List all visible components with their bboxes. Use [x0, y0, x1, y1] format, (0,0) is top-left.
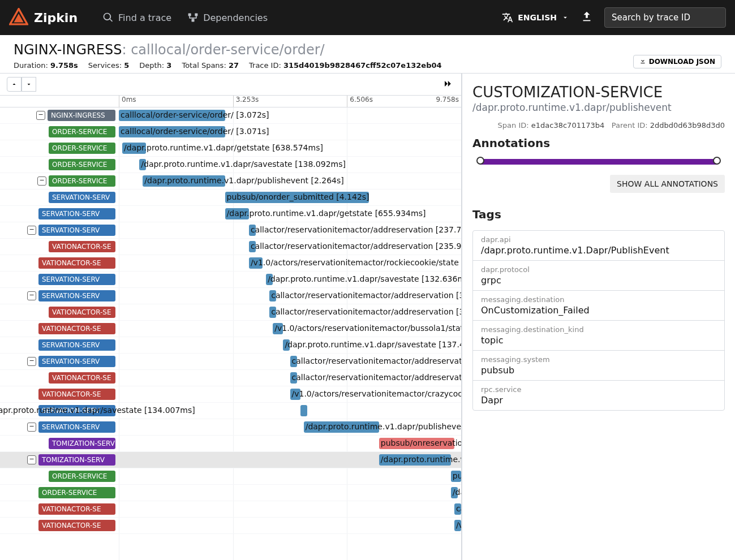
collapse-all-button[interactable]: [22, 77, 36, 92]
span-row[interactable]: VATIONACTOR-SEcallactor/reservationitema…: [0, 304, 461, 321]
trace-meta: Duration: 9.758s Services: 5 Depth: 3 To…: [14, 61, 721, 70]
chevron-up-icon: [11, 81, 18, 88]
span-row[interactable]: ORDER-SERVICE/dapr.proto.runtime.v1.dapr…: [0, 485, 461, 501]
tag-key: rpc.service: [481, 385, 716, 394]
service-chip: NGINX-INGRESS: [48, 110, 115, 121]
span-label: calllocal/order-service/order/ [3.071s]: [121, 127, 269, 136]
tag-key: dapr.api: [481, 235, 716, 244]
service-chip: ORDER-SERVICE: [49, 471, 115, 482]
brand[interactable]: Zipkin: [9, 8, 78, 27]
tag-item: messaging.systempubsub: [473, 351, 724, 381]
topbar: Zipkin Find a trace Dependencies ENGLISH: [0, 0, 735, 35]
span-label: /dapr.proto.runtime.v1.dapr/savestate [1…: [285, 340, 461, 349]
collapse-panel-button[interactable]: [442, 78, 453, 91]
service-chip: TOMIZATION-SERV: [38, 454, 115, 466]
page-header: NGINX-INGRESS: calllocal/order-service/o…: [0, 35, 735, 74]
span-row[interactable]: VATIONACTOR-SEcallactor/reservationitema…: [0, 501, 461, 518]
span-row[interactable]: −ORDER-SERVICE/dapr.proto.runtime.v1.dap…: [0, 173, 461, 189]
span-label: /dapr.proto.runtime.v1.dapr/savestate [1…: [0, 406, 195, 415]
tag-value: topic: [481, 335, 716, 346]
ruler-tick: 0ms: [119, 96, 136, 107]
row-toggle[interactable]: −: [27, 291, 36, 300]
span-row[interactable]: −NGINX-INGRESScalllocal/order-service/or…: [0, 107, 461, 124]
svg-rect-2: [188, 14, 191, 16]
tag-item: messaging.destinationOnCustomization_Fai…: [473, 291, 724, 321]
row-toggle[interactable]: −: [27, 455, 36, 464]
search-icon: [102, 12, 114, 23]
span-row[interactable]: VATIONACTOR-SE/v1.0/actors/reservationit…: [0, 255, 461, 272]
span-label: callactor/reservationitemactor/addreserv…: [292, 356, 462, 365]
nav-dependencies[interactable]: Dependencies: [179, 12, 276, 23]
tag-value: Dapr: [481, 395, 716, 406]
ruler-tick: 9.758s: [436, 96, 461, 107]
span-row[interactable]: SERVATION-SERV/dapr.proto.runtime.v1.dap…: [0, 403, 461, 419]
span-row[interactable]: VATIONACTOR-SE/v1.0/actors/reservationit…: [0, 386, 461, 403]
tags-list: dapr.api/dapr.proto.runtime.v1.Dapr/Publ…: [472, 230, 725, 411]
row-toggle[interactable]: −: [27, 226, 36, 235]
service-chip: VATIONACTOR-SE: [49, 307, 115, 318]
span-row[interactable]: VATIONACTOR-SEcallactor/reservationitema…: [0, 370, 461, 386]
search-input[interactable]: [604, 7, 726, 28]
span-label: callactor/reservationitemactor/addreserv…: [251, 242, 461, 251]
meta-spans-label: Total Spans:: [182, 61, 226, 70]
service-chip: ORDER-SERVICE: [49, 159, 115, 170]
tag-key: messaging.destination: [481, 295, 716, 304]
show-all-annotations-button[interactable]: SHOW ALL ANNOTATIONS: [610, 175, 725, 193]
dependencies-icon: [187, 12, 199, 23]
span-row[interactable]: ORDER-SERVICEpubsub/oncustomization_fail…: [0, 468, 461, 485]
span-row[interactable]: TOMIZATION-SERVpubsub/onreservation_comp…: [0, 436, 461, 452]
nav-find-label: Find a trace: [118, 12, 171, 23]
service-chip: ORDER-SERVICE: [38, 487, 115, 498]
service-chip: VATIONACTOR-SE: [38, 323, 115, 334]
service-chip: SERVATION-SERV: [38, 274, 115, 285]
row-toggle[interactable]: −: [36, 111, 45, 120]
span-label: /dapr.proto.runtime.v1.dapr/savestate [1…: [268, 274, 461, 283]
upload-button[interactable]: [581, 11, 593, 25]
span-label: /dapr.proto.runtime.v1.dapr/getstate [63…: [124, 143, 323, 152]
expand-all-button[interactable]: [7, 77, 22, 92]
chevron-down-icon: [561, 14, 569, 21]
row-toggle[interactable]: −: [37, 176, 46, 186]
span-label: /dapr.proto.runtime.v1.dapr/publishevent…: [306, 422, 461, 431]
language-selector[interactable]: ENGLISH: [502, 12, 569, 23]
download-json-button[interactable]: DOWNLOAD JSON: [633, 55, 721, 68]
span-row[interactable]: SERVATION-SERV/dapr.proto.runtime.v1.dap…: [0, 272, 461, 288]
span-row[interactable]: −TOMIZATION-SERV/dapr.proto.runtime.v1.d…: [0, 452, 461, 468]
service-chip: SERVATION-SERV: [38, 208, 115, 219]
span-bar[interactable]: [300, 405, 307, 416]
span-label: callactor/reservationitemactor/addreserv…: [456, 504, 461, 513]
span-row[interactable]: −SERVATION-SERV/dapr.proto.runtime.v1.da…: [0, 419, 461, 436]
span-row[interactable]: VATIONACTOR-SE/v1.0/actors/reservationit…: [0, 518, 461, 534]
service-chip: ORDER-SERVICE: [49, 143, 115, 154]
span-row[interactable]: −SERVATION-SERVcallactor/reservationitem…: [0, 288, 461, 304]
span-row[interactable]: SERVATION-SERV/dapr.proto.runtime.v1.dap…: [0, 206, 461, 222]
service-chip: VATIONACTOR-SE: [38, 503, 115, 515]
detail-ids: Span ID: e1dac38c701173b4 Parent ID: 2dd…: [472, 121, 725, 130]
span-row[interactable]: SERVATION-SERV/dapr.proto.runtime.v1.dap…: [0, 337, 461, 354]
title-service: NGINX-INGRESS: [14, 42, 122, 58]
tag-item: dapr.protocolgrpc: [473, 261, 724, 291]
span-row[interactable]: SERVATION-SERVpubsub/onorder_submitted […: [0, 189, 461, 206]
brand-label: Zipkin: [34, 11, 78, 25]
tag-key: messaging.system: [481, 355, 716, 364]
timeline-ruler: 0ms3.253s6.506s9.758s: [0, 96, 461, 107]
span-row[interactable]: −SERVATION-SERVcallactor/reservationitem…: [0, 354, 461, 370]
span-row[interactable]: ORDER-SERVICEcalllocal/order-service/ord…: [0, 124, 461, 140]
span-rows[interactable]: −NGINX-INGRESScalllocal/order-service/or…: [0, 107, 461, 560]
span-row[interactable]: −SERVATION-SERVcallactor/reservationitem…: [0, 222, 461, 239]
span-row[interactable]: VATIONACTOR-SE/v1.0/actors/reservationit…: [0, 321, 461, 337]
tag-key: dapr.protocol: [481, 265, 716, 274]
tag-item: messaging.destination_kindtopic: [473, 321, 724, 351]
row-toggle[interactable]: −: [27, 357, 36, 366]
span-row[interactable]: VATIONACTOR-SEcallactor/reservationitema…: [0, 239, 461, 255]
nav-find-trace[interactable]: Find a trace: [94, 12, 179, 23]
zipkin-logo-icon: [9, 8, 28, 27]
span-row[interactable]: ORDER-SERVICE/dapr.proto.runtime.v1.dapr…: [0, 140, 461, 157]
service-chip: SERVATION-SERV: [38, 421, 115, 433]
row-toggle[interactable]: −: [27, 423, 36, 432]
meta-depth-label: Depth:: [139, 61, 164, 70]
language-icon: [502, 12, 513, 23]
span-row[interactable]: ORDER-SERVICE/dapr.proto.runtime.v1.dapr…: [0, 157, 461, 173]
span-label: /dapr.proto.runtime.v1.dapr/getstate [65…: [227, 209, 426, 218]
meta-services: 5: [124, 61, 129, 70]
